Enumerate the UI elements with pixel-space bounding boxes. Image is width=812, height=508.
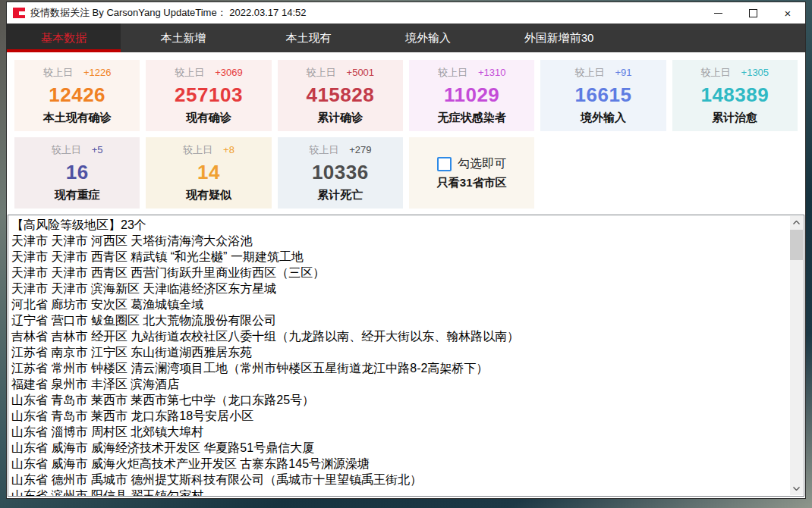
list-item: 河北省 廊坊市 安次区 葛渔城镇全域 bbox=[11, 296, 787, 312]
stat-value: 16 bbox=[66, 161, 89, 184]
delta-label: 较上日 bbox=[175, 67, 204, 78]
list-item: 天津市 天津市 河西区 天塔街清海湾大众浴池 bbox=[11, 233, 787, 249]
stat-caption: 现有确诊 bbox=[186, 111, 231, 125]
filter-caption: 只看31省市区 bbox=[437, 176, 507, 190]
scrollbar-down-button[interactable] bbox=[790, 482, 803, 495]
list-item: 山东省 淄博市 周村区 北郊镇大埠村 bbox=[11, 424, 787, 440]
tab-imported[interactable]: 境外输入 bbox=[371, 24, 485, 52]
stat-value: 10336 bbox=[312, 161, 369, 184]
scrollbar-thumb[interactable] bbox=[790, 230, 803, 260]
tab-foreign-top30[interactable]: 外国新增前30 bbox=[485, 24, 633, 52]
delta-value: +1226 bbox=[83, 67, 112, 78]
delta-value: +1305 bbox=[741, 67, 770, 78]
list-item: 山东省 青岛市 莱西市 龙口东路18号安居小区 bbox=[11, 408, 787, 424]
list-item: 天津市 天津市 西青区 西营门街跃升里商业街西区（三区） bbox=[11, 265, 787, 281]
scrollbar-up-button[interactable] bbox=[790, 216, 803, 229]
stat-value: 16615 bbox=[575, 83, 632, 107]
stat-card-current-severe: 较上日+5 16 现有重症 bbox=[14, 137, 140, 209]
list-item: 山东省 威海市 威海经济技术开发区 华夏路51号鼎信大厦 bbox=[11, 440, 787, 456]
stat-value: 11029 bbox=[444, 83, 499, 107]
stat-value: 257103 bbox=[175, 83, 243, 107]
app-window: 疫情数据关注 By CarsonYang UpdateTime： 2022.03… bbox=[6, 2, 806, 499]
maximize-icon bbox=[749, 9, 757, 17]
window-title: 疫情数据关注 By CarsonYang UpdateTime： 2022.03… bbox=[30, 6, 306, 20]
delta-value: +1310 bbox=[478, 67, 506, 78]
list-item: 江苏省 南京市 江宁区 东山街道湖西雅居东苑 bbox=[11, 344, 787, 360]
list-item: 福建省 泉州市 丰泽区 滨海酒店 bbox=[11, 376, 787, 392]
filter-card-31-provinces: 勾选即可 只看31省市区 bbox=[409, 137, 534, 209]
stat-caption: 境外输入 bbox=[581, 111, 626, 125]
list-item: 山东省 威海市 威海火炬高技术产业开发区 古寨东路145号渊源澡塘 bbox=[11, 456, 787, 472]
list-item: 辽宁省 营口市 鲅鱼圈区 北大荒物流股份有限公司 bbox=[11, 312, 787, 328]
tab-local-current[interactable]: 本土现有 bbox=[246, 24, 371, 52]
stat-caption: 现有疑似 bbox=[186, 188, 231, 202]
stat-caption: 累计确诊 bbox=[317, 111, 363, 125]
tab-basic-data[interactable]: 基本数据 bbox=[7, 24, 121, 52]
list-item: 山东省 德州市 禹城市 德州提艾斯科技有限公司（禹城市十里望镇禹王街北） bbox=[11, 472, 787, 488]
delta-label: 较上日 bbox=[701, 67, 731, 78]
delta-label: 较上日 bbox=[574, 67, 604, 78]
stat-card-cumulative-deaths: 较上日+279 10336 累计死亡 bbox=[278, 137, 403, 209]
stats-grid: 较上日+1226 12426 本土现有确诊 较上日+3069 257103 现有… bbox=[7, 52, 805, 209]
chevron-down-icon bbox=[793, 487, 800, 491]
stat-value: 14 bbox=[197, 161, 220, 184]
provinces-only-checkbox[interactable] bbox=[437, 157, 452, 171]
list-item: 江苏省 常州市 钟楼区 清云澜湾项目工地（常州市钟楼区五星街道龙江中路8-2高架… bbox=[11, 360, 787, 376]
stat-card-current-suspected: 较上日+8 14 现有疑似 bbox=[146, 137, 271, 209]
list-item: 天津市 天津市 滨海新区 天津临港经济区东方星城 bbox=[11, 281, 787, 296]
delta-value: +8 bbox=[223, 144, 234, 155]
delta-value: +91 bbox=[615, 67, 631, 78]
list-item: 山东省 滨州市 阳信县 翟王镇勾家村 bbox=[11, 488, 787, 497]
high-risk-region-list[interactable]: 【高风险等级地区】23个 天津市 天津市 河西区 天塔街清海湾大众浴池 天津市 … bbox=[8, 215, 804, 497]
chevron-up-icon bbox=[793, 221, 800, 224]
delta-value: +279 bbox=[349, 144, 371, 155]
minimize-icon bbox=[714, 13, 722, 14]
stat-value: 148389 bbox=[700, 83, 769, 107]
list-item: 天津市 天津市 西青区 精武镇 “和光尘樾” 一期建筑工地 bbox=[11, 249, 787, 265]
checkbox-row[interactable]: 勾选即可 bbox=[437, 156, 506, 172]
desktop-background: 疫情数据关注 By CarsonYang UpdateTime： 2022.03… bbox=[0, 0, 812, 508]
delta-value: +5001 bbox=[347, 67, 375, 78]
delta-label: 较上日 bbox=[307, 67, 336, 78]
list-item: 山东省 青岛市 莱西市 莱西市第七中学（龙口东路25号） bbox=[11, 392, 787, 408]
tab-bar: 基本数据 本土新增 本土现有 境外输入 外国新增前30 bbox=[7, 24, 805, 52]
list-header: 【高风险等级地区】23个 bbox=[11, 217, 787, 233]
title-bar: 疫情数据关注 By CarsonYang UpdateTime： 2022.03… bbox=[7, 2, 805, 24]
stat-card-current-confirmed: 较上日+3069 257103 现有确诊 bbox=[146, 60, 271, 131]
close-button[interactable]: × bbox=[770, 2, 805, 24]
delta-label: 较上日 bbox=[183, 144, 212, 155]
delta-label: 较上日 bbox=[52, 144, 81, 155]
app-logo-icon bbox=[13, 8, 25, 18]
stat-caption: 本土现有确诊 bbox=[43, 111, 112, 125]
stat-caption: 累计死亡 bbox=[317, 188, 363, 202]
window-controls: × bbox=[700, 2, 805, 24]
stat-card-imported: 较上日+91 16615 境外输入 bbox=[540, 60, 666, 131]
stat-card-cumulative-confirmed: 较上日+5001 415828 累计确诊 bbox=[278, 60, 403, 131]
list-scrollbar[interactable] bbox=[790, 216, 803, 495]
delta-label: 较上日 bbox=[43, 67, 73, 78]
stat-value: 12426 bbox=[49, 83, 105, 107]
stat-caption: 无症状感染者 bbox=[438, 111, 506, 125]
stat-value: 415828 bbox=[306, 83, 374, 107]
delta-value: +3069 bbox=[215, 67, 243, 78]
minimize-button[interactable] bbox=[700, 2, 735, 24]
stat-card-asymptomatic: 较上日+1310 11029 无症状感染者 bbox=[409, 60, 534, 131]
checkbox-label: 勾选即可 bbox=[458, 156, 506, 172]
stat-caption: 累计治愈 bbox=[712, 111, 757, 125]
delta-label: 较上日 bbox=[438, 67, 467, 78]
list-item: 吉林省 吉林市 经开区 九站街道农校社区八委十组（九龙路以南、经开大街以东、翰林… bbox=[11, 328, 787, 344]
maximize-button[interactable] bbox=[735, 2, 770, 24]
stat-card-local-current-confirmed: 较上日+1226 12426 本土现有确诊 bbox=[14, 60, 140, 131]
delta-label: 较上日 bbox=[309, 144, 338, 155]
stat-caption: 现有重症 bbox=[55, 188, 100, 202]
stat-card-cumulative-cured: 较上日+1305 148389 累计治愈 bbox=[672, 60, 798, 131]
tab-local-new[interactable]: 本土新增 bbox=[121, 24, 246, 52]
close-icon: × bbox=[785, 8, 792, 19]
delta-value: +5 bbox=[92, 144, 103, 155]
